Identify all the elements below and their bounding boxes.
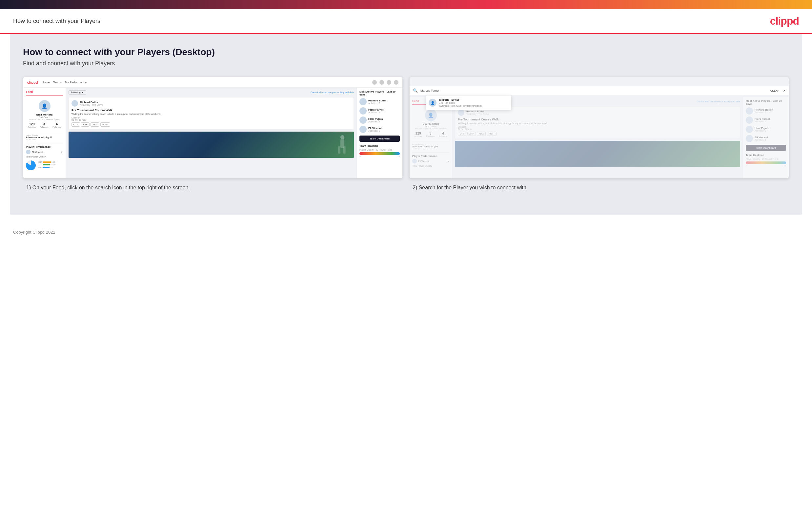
search-result-name: Marcus Turner (439, 98, 482, 101)
following-count: 4 (52, 122, 61, 126)
following-button[interactable]: Following ▼ (68, 90, 86, 94)
tag-arg[interactable]: ARG (91, 122, 99, 127)
perf-title: Player Performance (26, 145, 63, 148)
control-link[interactable]: Control who can see your activity and da… (311, 91, 354, 93)
player-avatar (360, 98, 367, 105)
stat-activities: 129 Activities (28, 122, 36, 128)
search-overlay: 🔍 CLEAR × (410, 86, 789, 95)
player-name: Piers Parnell (368, 108, 384, 111)
search-result-info: Marcus Turner 1-5 Handicap Cypress Point… (439, 98, 482, 107)
main-content: How to connect with your Players (Deskto… (10, 34, 802, 215)
settings-icon[interactable] (387, 80, 391, 85)
activity-title: Pre Tournament Course Walk (71, 109, 351, 112)
logo: clippd (770, 15, 799, 27)
following-count-2: 4 (439, 132, 447, 135)
perf-player-name: Eli Vincent (32, 151, 43, 153)
heatmap-title: Team Heatmap (360, 144, 400, 147)
activity-person-name: Richard Butler (80, 101, 103, 104)
activities-label: Activities (28, 126, 36, 128)
player-name: Hiral Pujara (368, 118, 383, 120)
mock-nav-myperformance[interactable]: My Performance (65, 81, 87, 84)
player-info: Eli Vincent Activities: 1 (368, 127, 382, 132)
profile-role: Golf Coach (26, 116, 63, 119)
activity-date: Yesterday · The Grove (80, 104, 103, 106)
player-activities: Activities: 7 (368, 102, 386, 104)
activity-desc: Walking the course with my coach to buil… (71, 113, 351, 115)
mock-logo-1: clippd (27, 80, 38, 84)
mock-profile-2: 👤 Blair McHarg Golf Coach Mill Ride Golf… (412, 107, 449, 141)
search-input[interactable] (420, 89, 766, 92)
mock-nav-home[interactable]: Home (42, 81, 50, 84)
mock-nav-teams[interactable]: Teams (53, 81, 62, 84)
player-name: Richard Butler (368, 99, 386, 102)
activities-count: 129 (28, 122, 36, 126)
perf-dropdown-icon[interactable]: ▼ (61, 151, 63, 153)
tag-ott[interactable]: OTT (71, 122, 80, 127)
header: How to connect with your Players clippd (0, 9, 812, 34)
perf-player-row: Eli Vincent ▼ (26, 150, 63, 154)
quality-label: Total Player Quality (26, 156, 63, 158)
activity-duration-value: 02 hr : 00 min (71, 119, 351, 121)
mock-body-1: Feed 👤 Blair McHarg Golf Coach Mill Ride… (23, 88, 402, 178)
search-magnifier-icon: 🔍 (413, 88, 418, 93)
search-icon[interactable] (372, 80, 377, 85)
mock-right-panel-1: Most Active Players - Last 30 days Richa… (356, 88, 402, 178)
activity-person-avatar (71, 100, 78, 107)
profile-stats-2: 129 Activities 3 Followers 4 (412, 132, 449, 137)
perf-player-avatar (26, 150, 31, 154)
mock-middle-feed: Following ▼ Control who can see your act… (66, 88, 356, 178)
player-activities: Activities: 4 (368, 111, 384, 114)
player-name: Eli Vincent (368, 127, 382, 130)
profile-icon[interactable] (394, 80, 398, 85)
stat-activities-2: 129 Activities (414, 132, 422, 137)
list-item: Richard Butler Activities: 7 (360, 98, 400, 105)
mock-nav-1: clippd Home Teams My Performance (23, 77, 402, 88)
user-icon[interactable] (379, 80, 384, 85)
screenshots-row: clippd Home Teams My Performance (23, 77, 789, 192)
player-avatar (360, 126, 367, 133)
player-activities: Activities: 3 (368, 120, 383, 123)
profile-club-2: Mill Ride Golf Club, United Kingdom (412, 128, 449, 130)
activity-duration: Duration (71, 117, 351, 119)
score-circle: 84 (26, 161, 36, 170)
heatmap-label-min: -5 (360, 156, 361, 158)
screenshot-block-1: clippd Home Teams My Performance (23, 77, 403, 192)
duration-label: Duration (71, 117, 80, 119)
stat-followers: 3 Followers (40, 122, 49, 128)
close-button[interactable]: × (783, 89, 785, 92)
player-info: Richard Butler Activities: 7 (368, 99, 386, 104)
activity-tags: OTT APP ARG PUTT (71, 122, 351, 127)
mock-screen-1: clippd Home Teams My Performance (23, 77, 403, 178)
search-result-item[interactable]: 👤 Marcus Turner 1-5 Handicap Cypress Poi… (429, 98, 509, 107)
activity-card: Richard Butler Yesterday · The Grove Pre… (68, 97, 354, 130)
player-activities: Activities: 1 (368, 130, 382, 132)
feed-tab[interactable]: Feed (26, 90, 63, 95)
mock-right-panel-2: Most Active Players - Last 30 days Richa… (743, 97, 789, 178)
team-dashboard-button-1[interactable]: Team Dashboard (360, 135, 400, 142)
activities-count-2: 129 (414, 132, 422, 135)
stat-following-2: 4 Following (439, 132, 447, 137)
main-title: How to connect with your Players (Deskto… (23, 47, 789, 57)
tag-putt[interactable]: PUTT (100, 122, 110, 127)
latest-activity-2: Latest Activity Afternoon round of golf … (412, 143, 449, 150)
mock-nav-icons-1 (372, 80, 398, 85)
svg-point-0 (340, 135, 344, 139)
profile-name: Blair McHarg (26, 113, 63, 116)
clear-button[interactable]: CLEAR (769, 89, 781, 93)
player-avatar (360, 117, 367, 124)
following-label: Following (52, 126, 61, 128)
heatmap-subtitle: Player Quality · 20 Round Trend (360, 149, 400, 151)
search-result-club: Cypress Point Club, United Kingdom (439, 104, 482, 107)
step-2-description: 2) Search for the Player you wish to con… (409, 184, 789, 192)
search-result-avatar: 👤 (429, 99, 436, 107)
player-info: Piers Parnell Activities: 4 (368, 108, 384, 114)
footer: Copyright Clippd 2022 (0, 224, 812, 240)
profile-stats: 129 Activities 3 Followers 4 Following (26, 122, 63, 128)
score-value: 84 (30, 164, 33, 167)
list-item: Hiral Pujara Activities: 3 (360, 117, 400, 124)
profile-name-2: Blair McHarg (412, 122, 449, 125)
heatmap-label-max: +5 (397, 156, 400, 158)
tag-app[interactable]: APP (81, 122, 90, 127)
activities-label-2: Activities (414, 135, 422, 137)
search-result-handicap: 1-5 Handicap (439, 101, 482, 104)
